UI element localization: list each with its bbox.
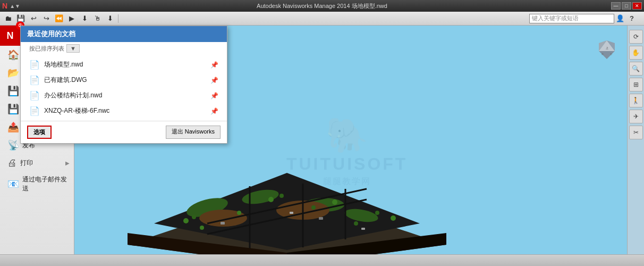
right-controls-panel: ⟳ ✋ 🔍 ⊞ 🚶 ✈ ✂	[627, 26, 644, 266]
close-button[interactable]: ✕	[632, 2, 642, 10]
search-box[interactable]: 键入关键字或短语	[529, 14, 614, 23]
print-icon: 🖨	[7, 157, 17, 169]
file-name-2: 已有建筑.DWG	[44, 76, 87, 85]
svg-rect-24	[221, 222, 225, 225]
svg-point-18	[375, 211, 379, 215]
recent-files-dropdown: 最近使用的文档 按已排序列表 ▼ 📄 场地模型.nwd 📌 📄 已有建筑.DWG…	[20, 26, 227, 144]
print-arrow: ▶	[65, 160, 70, 166]
open-icon: 📂	[7, 67, 19, 79]
title-bar: N ▲▼ Autodesk Navisworks Manage 2014 场地模…	[0, 0, 644, 12]
dropdown-sort: 按已排序列表 ▼	[21, 42, 227, 55]
sort-button[interactable]: ▼	[66, 44, 80, 53]
status-bar	[0, 254, 644, 266]
sidebar-item-email[interactable]: 📧 通过电子邮件发送	[0, 172, 74, 196]
qa-separator	[118, 14, 118, 23]
help-button[interactable]: ?	[626, 13, 638, 24]
fly-btn[interactable]: ✈	[629, 110, 643, 123]
walk-btn[interactable]: 🚶	[629, 94, 643, 107]
nav-buttons: ▲▼	[10, 3, 20, 9]
file-name-3: 办公楼结构计划.nwd	[44, 91, 102, 100]
pin-icon-3: 📌	[210, 92, 218, 99]
home-icon: 🏠	[7, 49, 19, 61]
file-icon-1: 📄	[29, 60, 40, 70]
dropdown-header: 最近使用的文档	[21, 26, 227, 42]
svg-rect-27	[361, 228, 365, 230]
pin-icon-4: 📌	[210, 107, 218, 115]
svg-point-21	[354, 221, 358, 226]
user-icon[interactable]: 👤	[614, 13, 626, 24]
file-item-3[interactable]: 📄 办公楼结构计划.nwd 📌	[21, 88, 227, 103]
app-icon: N	[2, 2, 7, 10]
quick-access-toolbar: 🖿 💾 ↩ ↪ ⏪ ▶ ⬇ 🖱 ⬇ 键入关键字或短语 👤 ?	[0, 12, 644, 26]
section-btn[interactable]: ✂	[629, 126, 643, 139]
file-item-2[interactable]: 📄 已有建筑.DWG 📌	[21, 72, 227, 88]
qa-dropdown-btn[interactable]: ⬇	[104, 13, 116, 24]
svg-point-22	[237, 211, 241, 215]
file-icon-3: 📄	[29, 90, 40, 101]
svg-point-20	[200, 226, 204, 230]
sidebar-item-print[interactable]: 🖨 打印 ▶	[0, 154, 74, 172]
pin-icon-1: 📌	[210, 61, 218, 69]
exit-navisworks-button[interactable]: 退出 Navisworks	[166, 126, 221, 139]
svg-rect-26	[319, 217, 323, 220]
svg-point-16	[279, 194, 284, 198]
qa-play-btn[interactable]: ▶	[66, 13, 78, 24]
svg-text:上: 上	[606, 46, 608, 49]
orbit-btn[interactable]: ⟳	[629, 30, 643, 44]
svg-point-19	[391, 215, 396, 221]
saveas-icon: 💾	[7, 103, 19, 115]
options-button[interactable]: 选项	[27, 126, 52, 139]
svg-point-14	[192, 215, 196, 219]
zoom-btn[interactable]: 🔍	[629, 62, 643, 76]
email-icon: 📧	[7, 178, 19, 190]
app-menu-button[interactable]: N ①	[0, 26, 20, 46]
svg-point-23	[311, 205, 316, 210]
svg-point-13	[183, 218, 189, 223]
qa-back-btn[interactable]: ⏪	[53, 13, 65, 24]
window-title: Autodesk Navisworks Manage 2014 场地模型.nwd	[257, 2, 387, 10]
pan-btn[interactable]: ✋	[629, 46, 643, 60]
nav-cube[interactable]: 上 前 右	[591, 30, 623, 62]
qa-open-btn[interactable]: 🖿	[2, 13, 14, 24]
sidebar-email-label: 通过电子邮件发送	[22, 175, 70, 193]
qa-redo-btn[interactable]: ↪	[40, 13, 52, 24]
minimize-button[interactable]: —	[611, 2, 621, 10]
sidebar-print-label: 打印	[20, 159, 33, 168]
maximize-button[interactable]: □	[622, 2, 631, 10]
qa-cursor-btn[interactable]: 🖱	[91, 13, 103, 24]
file-name-1: 场地模型.nwd	[44, 60, 83, 69]
search-placeholder: 键入关键字或短语	[532, 14, 579, 22]
file-name-4: XNZQ-AR-楼梯-6F.nwc	[44, 106, 109, 115]
file-item-4[interactable]: 📄 XNZQ-AR-楼梯-6F.nwc 📌	[21, 103, 227, 119]
sort-label: 按已排序列表	[29, 45, 64, 53]
svg-text:前: 前	[601, 53, 604, 55]
file-icon-4: 📄	[29, 106, 40, 116]
qa-refresh-btn[interactable]: ⬇	[79, 13, 90, 24]
export-icon: 📤	[7, 121, 19, 133]
file-item-1[interactable]: 📄 场地模型.nwd 📌	[21, 57, 227, 72]
dropdown-footer: 选项 退出 Navisworks	[21, 121, 227, 143]
svg-point-15	[268, 197, 274, 202]
fit-btn[interactable]: ⊞	[629, 78, 643, 92]
publish-icon: 📡	[7, 139, 19, 151]
pin-icon-2: 📌	[210, 77, 218, 84]
nav-cube-svg: 上 前 右	[591, 30, 623, 62]
save-icon: 💾	[7, 85, 19, 97]
title-bar-left: N ▲▼	[2, 2, 20, 10]
app-logo: N	[7, 30, 14, 41]
svg-point-17	[332, 200, 337, 205]
svg-text:右: 右	[610, 53, 612, 55]
qa-undo-btn[interactable]: ↩	[28, 13, 39, 24]
title-controls: — □ ✕	[611, 2, 642, 10]
recent-files-list: 📄 场地模型.nwd 📌 📄 已有建筑.DWG 📌 📄 办公楼结构计划.nwd …	[21, 55, 227, 121]
file-icon-2: 📄	[29, 75, 40, 85]
svg-rect-25	[290, 212, 293, 214]
